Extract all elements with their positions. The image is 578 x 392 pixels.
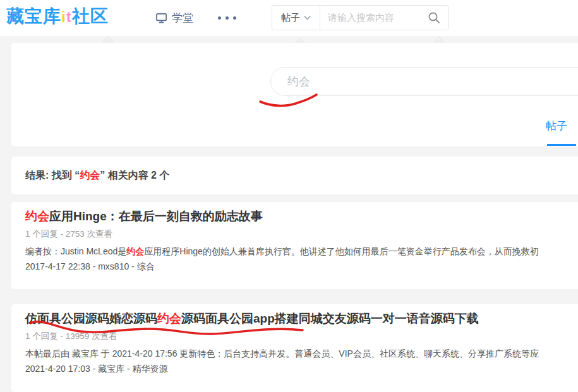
results-summary-text: 结果: 找到 “约会” 相关内容 2 个 [25,169,169,182]
title-text: 仿面具公园源码婚恋源码 [25,312,157,325]
result-meta: 2017-4-17 22:38 - mxs810 - 综合 [25,261,155,273]
title-keyword: 约会 [157,312,181,325]
nav-more-button[interactable] [218,0,236,36]
logo-text-t: t [66,8,72,25]
header-search-input[interactable]: 请输入搜索内容 [320,12,428,24]
snippet-keyword: 约会 [126,246,144,256]
snippet-text: 编者按：Justin McLeod是 [25,246,126,256]
search-result-item: 约会应用Hinge：在最后一刻自救的励志故事 1 个回复 - 2753 次查看 … [11,202,578,289]
monitor-icon [155,12,167,24]
nav-item-xuetang[interactable]: 学堂 [155,0,193,36]
logo-text-community: 社区 [72,6,109,26]
snippet-text: 应用程序Hinge的创始人兼首席执行官。他讲述了他如何用最后一笔资金举行产品发布… [144,246,539,256]
chevron-down-icon [304,15,311,20]
nav-item-label: 学堂 [172,11,193,25]
top-header: 藏宝库it社区 学堂 帖子 请输入搜索内容 [0,0,578,36]
result-snippet: 本帖最后由 藏宝库 于 2021-4-20 17:56 更新特色：后台支持高并发… [25,347,578,360]
title-keyword: 约会 [25,210,49,223]
result-snippet: 编者按：Justin McLeod是约会应用程序Hinge的创始人兼首席执行官。… [25,245,578,258]
snippet-text: 本帖最后由 藏宝库 于 2021-4-20 17:56 更新特色：后台支持高并发… [25,348,539,359]
title-text: 应用Hinge：在最后一刻自救的励志故事 [49,210,263,223]
summary-keyword: 约会 [80,170,100,181]
result-stats: 1 个回复 - 13959 次查看 [25,331,117,342]
dot-icon [226,16,229,20]
search-category-label: 帖子 [281,12,300,24]
tab-active-underline [547,144,576,146]
header-search-box: 帖子 请输入搜索内容 [272,5,449,30]
result-title-link[interactable]: 仿面具公园源码婚恋源码约会源码面具公园app搭建同城交友源码一对一语音源码下载 [25,311,479,327]
result-meta: 2021-4-20 17:03 - 藏宝库 - 精华资源 [25,364,168,375]
search-panel: 约会 帖子 [11,43,578,146]
search-icon [428,11,440,24]
summary-suffix: ” 相关内容 2 个 [100,170,169,181]
tab-posts[interactable]: 帖子 [546,119,567,133]
search-submit-button[interactable] [428,11,448,24]
summary-prefix: 结果: 找到 “ [25,170,80,181]
results-summary-bar: 结果: 找到 “约会” 相关内容 2 个 [11,157,578,194]
site-logo[interactable]: 藏宝库it社区 [6,6,109,28]
title-text: 源码面具公园app搭建同城交友源码一对一语音源码下载 [181,312,479,325]
search-result-item: 仿面具公园源码婚恋源码约会源码面具公园app搭建同城交友源码一对一语音源码下载 … [11,304,578,392]
search-category-dropdown[interactable]: 帖子 [272,6,320,30]
dot-icon [218,16,221,20]
search-query-text: 约会 [287,74,310,89]
result-title-link[interactable]: 约会应用Hinge：在最后一刻自救的励志故事 [25,208,263,225]
dot-icon [233,16,236,20]
logo-text-main: 藏宝库 [6,6,61,26]
result-stats: 1 个回复 - 2753 次查看 [25,229,112,240]
logo-text-i: i [61,8,66,25]
main-search-input[interactable]: 约会 [270,67,578,96]
